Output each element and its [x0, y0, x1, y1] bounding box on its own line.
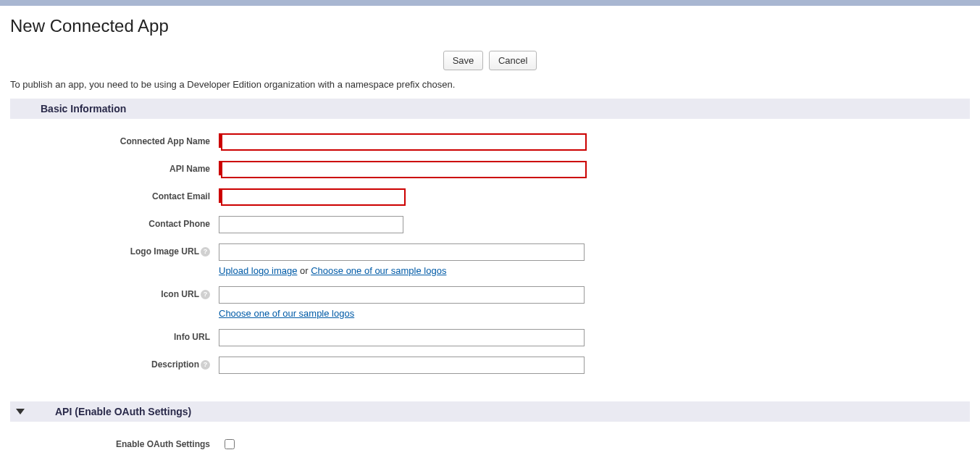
info-url-label: Info URL — [10, 329, 219, 342]
upload-logo-image-link[interactable]: Upload logo image — [219, 265, 297, 276]
logo-image-url-label: Logo Image URL? — [10, 243, 219, 257]
help-icon[interactable]: ? — [201, 360, 210, 370]
contact-email-label: Contact Email — [10, 188, 219, 201]
page-title: New Connected App — [10, 16, 970, 36]
logo-helper-links: Upload logo image or Choose one of our s… — [219, 265, 585, 276]
description-label: Description? — [10, 357, 219, 370]
icon-url-input[interactable] — [219, 286, 585, 304]
contact-email-input[interactable] — [221, 188, 406, 206]
choose-sample-logo-link[interactable]: Choose one of our sample logos — [311, 265, 446, 276]
description-input[interactable] — [219, 357, 585, 374]
action-button-row: Save Cancel — [10, 51, 970, 70]
icon-url-label-text: Icon URL — [161, 289, 199, 299]
contact-phone-input[interactable] — [219, 216, 403, 233]
contact-phone-label: Contact Phone — [10, 216, 219, 229]
basic-information-form: Connected App Name API Name Contact Emai… — [10, 119, 970, 401]
api-oauth-form: Enable OAuth Settings — [10, 422, 970, 471]
connected-app-name-input[interactable] — [221, 133, 587, 151]
section-header-basic-information: Basic Information — [10, 99, 970, 119]
icon-helper-links: Choose one of our sample logos — [219, 308, 585, 319]
help-icon[interactable]: ? — [201, 290, 210, 299]
icon-url-label: Icon URL? — [10, 286, 219, 299]
publish-intro-text: To publish an app, you need to be using … — [10, 79, 970, 90]
description-label-text: Description — [151, 359, 199, 370]
api-name-input[interactable] — [221, 161, 587, 178]
api-name-label: API Name — [10, 161, 219, 174]
collapse-triangle-icon[interactable] — [16, 409, 25, 414]
section-header-api-oauth[interactable]: API (Enable OAuth Settings) — [10, 401, 970, 422]
enable-oauth-settings-checkbox[interactable] — [225, 439, 235, 449]
logo-image-url-input[interactable] — [219, 243, 585, 261]
enable-oauth-settings-label: Enable OAuth Settings — [10, 436, 219, 449]
logo-helper-or: or — [300, 265, 309, 276]
info-url-input[interactable] — [219, 329, 585, 346]
help-icon[interactable]: ? — [201, 247, 210, 257]
section-header-api-oauth-text: API (Enable OAuth Settings) — [55, 406, 191, 417]
choose-sample-icon-link[interactable]: Choose one of our sample logos — [219, 308, 354, 319]
logo-image-url-label-text: Logo Image URL — [130, 246, 199, 257]
cancel-button[interactable]: Cancel — [489, 51, 537, 70]
connected-app-name-label: Connected App Name — [10, 133, 219, 146]
save-button[interactable]: Save — [443, 51, 484, 70]
top-decorative-band — [0, 0, 980, 6]
